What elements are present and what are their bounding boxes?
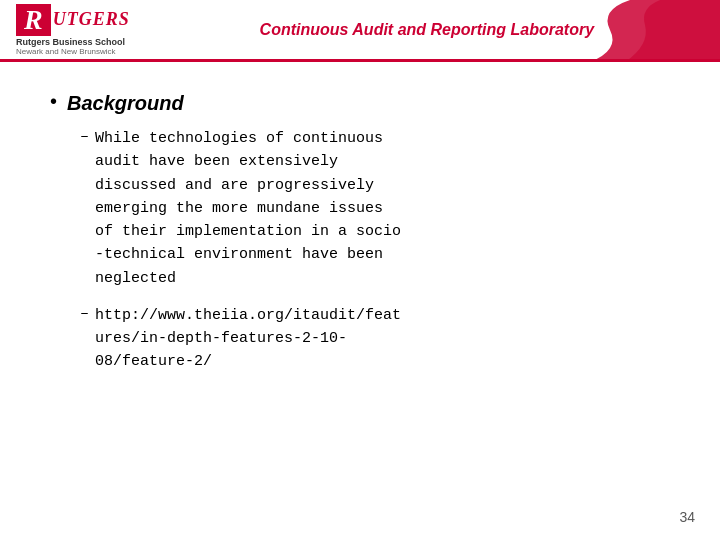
logo-subtitle: Rutgers Business School	[16, 37, 130, 47]
sub-items: – While technologies of continuousaudit …	[80, 127, 670, 374]
page-number: 34	[679, 509, 695, 525]
bullet-title: Background	[67, 92, 184, 115]
sub-item-text-2: http://www.theiia.org/itaudit/features/i…	[95, 304, 401, 374]
sub-dash-icon: –	[80, 128, 89, 145]
main-content: • Background – While technologies of con…	[0, 62, 720, 408]
list-item: – While technologies of continuousaudit …	[80, 127, 670, 290]
header: R UTGERS Rutgers Business School Newark …	[0, 0, 720, 62]
sub-item-text-1: While technologies of continuousaudit ha…	[95, 127, 401, 290]
logo-tagline: Newark and New Brunswick	[16, 47, 130, 56]
sub-dash-icon: –	[80, 305, 89, 322]
logo-text: UTGERS	[53, 9, 130, 30]
rutgers-logo: R UTGERS	[16, 4, 130, 36]
bullet-dot-icon: •	[50, 90, 57, 113]
background-bullet: • Background	[50, 92, 670, 115]
header-graphic	[550, 0, 720, 62]
logo-r-icon: R	[16, 4, 51, 36]
logo-area: R UTGERS Rutgers Business School Newark …	[16, 4, 130, 56]
list-item: – http://www.theiia.org/itaudit/features…	[80, 304, 670, 374]
